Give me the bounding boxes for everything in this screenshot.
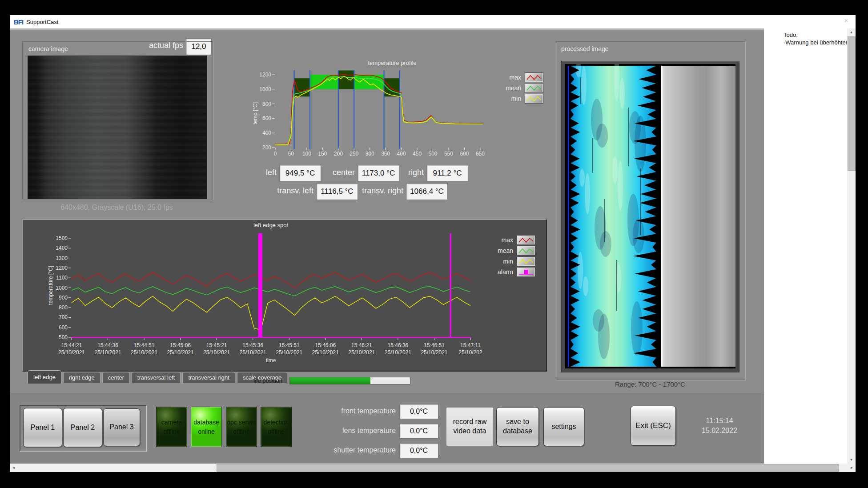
legend-swatch-mean-icon[interactable] — [525, 83, 543, 93]
led-opc-line2: offline — [233, 427, 249, 436]
spot-legend-label-mean: mean — [498, 247, 513, 254]
legend-item-max[interactable]: max — [499, 73, 543, 82]
svg-text:100: 100 — [302, 151, 311, 157]
processed-image-range: Range: 700°C - 1700°C — [561, 380, 739, 388]
panel-3-button[interactable]: Panel 3 — [103, 408, 140, 446]
legend-label-mean: mean — [506, 84, 521, 92]
legend-item-mean[interactable]: mean — [499, 84, 543, 92]
scroll-right-icon[interactable]: ► — [848, 464, 856, 472]
status-led-database[interactable]: database online — [191, 407, 222, 447]
profile-legend: max mean min — [499, 73, 543, 105]
v-scrollbar[interactable]: ▲ ▼ — [847, 28, 856, 464]
svg-text:25/10/2021: 25/10/2021 — [312, 349, 339, 356]
front-temperature-label: front temperature — [303, 407, 396, 415]
close-icon[interactable]: × — [841, 17, 851, 25]
svg-text:15:46:06: 15:46:06 — [315, 342, 336, 348]
spot-legend-item-mean[interactable]: mean — [486, 246, 535, 255]
processed-image — [565, 64, 735, 368]
status-led-detection[interactable]: detection offline — [261, 407, 292, 447]
settings-button[interactable]: settings — [543, 407, 584, 446]
tab-transversal-right[interactable]: transversal right — [182, 372, 235, 383]
svg-text:1500: 1500 — [56, 235, 68, 241]
svg-text:900: 900 — [59, 295, 68, 301]
svg-text:temp [°C]: temp [°C] — [252, 102, 258, 124]
svg-text:500: 500 — [59, 334, 68, 340]
shutter-temperature-value: 0,0°C — [399, 443, 438, 458]
led-opc-line1: opc server — [227, 418, 256, 427]
status-led-camera[interactable]: camera offline — [156, 407, 187, 447]
status-led-opc-server[interactable]: opc server offline — [226, 407, 257, 447]
led-detection-line2: offline — [268, 427, 284, 436]
svg-text:450: 450 — [413, 151, 422, 157]
legend-swatch-max-icon[interactable] — [525, 72, 543, 82]
readout-right-value: 911,2 °C — [426, 165, 468, 182]
save-to-database-button[interactable]: save to database — [496, 407, 539, 446]
legend-item-min[interactable]: min — [499, 94, 543, 103]
record-raw-video-button[interactable]: record raw video data — [446, 407, 494, 446]
tab-left-edge[interactable]: left edge — [28, 370, 61, 384]
svg-text:200: 200 — [262, 144, 271, 151]
exit-button[interactable]: Exit (ESC) — [631, 406, 676, 446]
svg-text:15:44:36: 15:44:36 — [97, 342, 118, 348]
legend-label-max: max — [510, 74, 521, 81]
svg-text:150: 150 — [318, 151, 327, 157]
svg-text:temperature [°C]: temperature [°C] — [48, 266, 54, 305]
svg-text:15:44:51: 15:44:51 — [134, 342, 155, 348]
svg-text:25/10/2021: 25/10/2021 — [385, 349, 411, 356]
h-scrollbar[interactable]: ◄ ► — [10, 464, 856, 472]
spot-legend-swatch-min-icon[interactable] — [517, 256, 535, 266]
readout-transv-left-label: transv. left — [260, 186, 313, 196]
spot-legend-swatch-mean-icon[interactable] — [517, 246, 535, 256]
svg-text:25/10/2021: 25/10/2021 — [348, 349, 375, 356]
svg-text:600: 600 — [460, 151, 469, 157]
todo-line1: Todo: — [784, 31, 847, 39]
svg-text:25/10/2021: 25/10/2021 — [58, 349, 85, 356]
window-title: SupportCast — [26, 19, 58, 25]
lens-temperature-value: 0,0°C — [399, 424, 438, 439]
save-button-line1: save to — [506, 417, 529, 427]
svg-text:650: 650 — [476, 151, 485, 157]
svg-text:50: 50 — [288, 151, 294, 157]
panel-1-button[interactable]: Panel 1 — [23, 408, 62, 447]
readout-transv-right-value: 1066,4 °C — [406, 183, 448, 200]
svg-text:25/10/2021: 25/10/2021 — [131, 349, 157, 356]
legend-swatch-min-icon[interactable] — [525, 94, 543, 104]
readout-left-label: left — [223, 168, 277, 177]
svg-text:15:45:06: 15:45:06 — [170, 342, 191, 348]
menu-strip — [10, 28, 764, 30]
app-logo: BFI — [14, 18, 23, 26]
panel-2-button[interactable]: Panel 2 — [63, 408, 102, 447]
bottom-bar: Panel 1 Panel 2 Panel 3 camera offline d… — [10, 392, 764, 464]
h-scroll-thumb[interactable] — [217, 464, 839, 472]
v-scroll-thumb[interactable] — [848, 36, 856, 171]
spot-legend-swatch-alarm-icon[interactable] — [517, 267, 535, 277]
spot-legend-item-min[interactable]: min — [486, 257, 535, 266]
right-side-area: Todo: -Warnung bei überhöhter K — [764, 28, 847, 464]
svg-text:1200: 1200 — [56, 265, 68, 271]
scroll-left-icon[interactable]: ◄ — [10, 464, 17, 472]
processed-image-label: processed image — [561, 45, 609, 52]
lens-temperature-label: lens temperature — [303, 427, 396, 435]
spot-legend-item-max[interactable]: max — [486, 236, 535, 244]
svg-text:temperature profile: temperature profile — [368, 60, 416, 66]
svg-text:1300: 1300 — [56, 255, 68, 261]
svg-text:25/10/2021: 25/10/2021 — [421, 349, 447, 356]
left-edge-spot-chart: left edge spot50060070080090010001100120… — [23, 220, 544, 369]
svg-text:time: time — [266, 357, 276, 364]
svg-text:25/10/2021: 25/10/2021 — [276, 349, 302, 356]
tab-right-edge[interactable]: right edge — [63, 372, 100, 383]
readout-right-label: right — [370, 168, 424, 177]
scroll-down-icon[interactable]: ▼ — [847, 456, 856, 464]
led-database-line1: database — [193, 418, 219, 427]
clock-date: 15.02.2022 — [684, 427, 755, 435]
camera-image — [28, 56, 207, 199]
spot-legend-swatch-max-icon[interactable] — [517, 235, 535, 245]
svg-text:500: 500 — [428, 151, 437, 157]
tab-center[interactable]: center — [102, 372, 130, 383]
svg-text:25/10/2021: 25/10/2021 — [203, 349, 230, 356]
spot-legend-item-alarm[interactable]: alarm — [486, 268, 535, 276]
scroll-up-icon[interactable]: ▲ — [847, 28, 856, 36]
svg-text:25/10/2021: 25/10/2021 — [95, 349, 121, 356]
tab-transversal-left[interactable]: transversal left — [132, 372, 181, 383]
camera-image-caption: 640x480, Grayscale (U16), 25.0 fps — [28, 204, 206, 212]
